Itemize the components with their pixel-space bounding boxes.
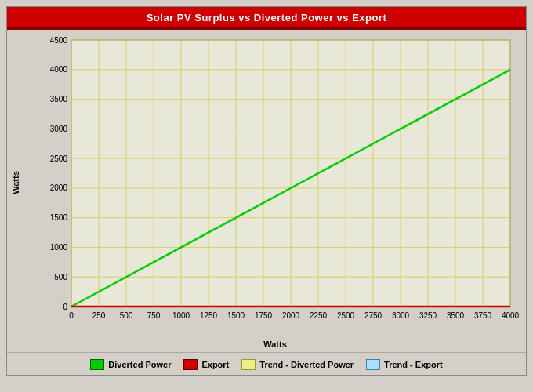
svg-text:3500: 3500 (447, 311, 465, 320)
svg-text:4000: 4000 (50, 65, 68, 74)
svg-text:2500: 2500 (50, 154, 68, 163)
svg-text:4000: 4000 (502, 311, 520, 320)
legend-item-diverted: Diverted Power (90, 359, 171, 370)
svg-text:4500: 4500 (50, 36, 68, 45)
svg-text:2000: 2000 (50, 183, 68, 192)
svg-text:2000: 2000 (282, 311, 300, 320)
chart-area: Watts (7, 30, 526, 352)
legend-color-export (183, 359, 198, 370)
svg-text:3250: 3250 (419, 311, 437, 320)
svg-text:1000: 1000 (172, 311, 190, 320)
svg-text:1500: 1500 (227, 311, 245, 320)
main-container: Solar PV Surplus vs Diverted Power vs Ex… (0, 0, 533, 392)
svg-text:0: 0 (69, 311, 74, 320)
svg-text:750: 750 (147, 311, 161, 320)
chart-svg: 4500 4000 3500 3000 2500 2000 1500 1000 … (24, 36, 526, 338)
legend-label-trend-export: Trend - Export (384, 360, 443, 369)
chart-title: Solar PV Surplus vs Diverted Power vs Ex… (147, 12, 387, 24)
svg-text:1750: 1750 (255, 311, 273, 320)
svg-text:0: 0 (63, 303, 67, 311)
svg-text:2250: 2250 (310, 311, 328, 320)
legend-label-export: Export (201, 360, 229, 369)
chart-wrapper: Solar PV Surplus vs Diverted Power vs Ex… (6, 6, 527, 376)
legend-color-trend-diverted (241, 359, 256, 370)
svg-text:1500: 1500 (50, 213, 68, 222)
svg-text:2750: 2750 (364, 311, 383, 320)
svg-text:250: 250 (92, 311, 106, 320)
svg-text:2500: 2500 (337, 311, 355, 320)
svg-text:500: 500 (120, 311, 133, 320)
chart-inner: 4500 4000 3500 3000 2500 2000 1500 1000 … (24, 36, 526, 352)
legend-item-export: Export (183, 359, 229, 370)
svg-text:500: 500 (54, 273, 67, 281)
y-axis-label-container: Watts (7, 36, 24, 352)
chart-title-bar: Solar PV Surplus vs Diverted Power vs Ex… (7, 7, 526, 30)
svg-text:1250: 1250 (200, 311, 218, 320)
x-axis-label: Watts (24, 339, 526, 349)
svg-text:3000: 3000 (392, 311, 410, 320)
svg-text:3750: 3750 (474, 311, 492, 320)
legend-label-trend-diverted: Trend - Diverted Power (259, 360, 354, 369)
svg-text:1000: 1000 (50, 243, 68, 252)
legend-label-diverted: Diverted Power (108, 360, 171, 369)
y-axis-label: Watts (11, 171, 20, 194)
svg-text:3000: 3000 (50, 125, 68, 133)
svg-text:3500: 3500 (50, 95, 68, 103)
legend-color-diverted (90, 359, 104, 370)
legend-item-trend-export: Trend - Export (366, 359, 443, 370)
legend-container: Diverted Power Export Trend - Diverted P… (7, 352, 526, 375)
legend-color-trend-export (366, 359, 380, 370)
legend-item-trend-diverted: Trend - Diverted Power (241, 359, 354, 370)
